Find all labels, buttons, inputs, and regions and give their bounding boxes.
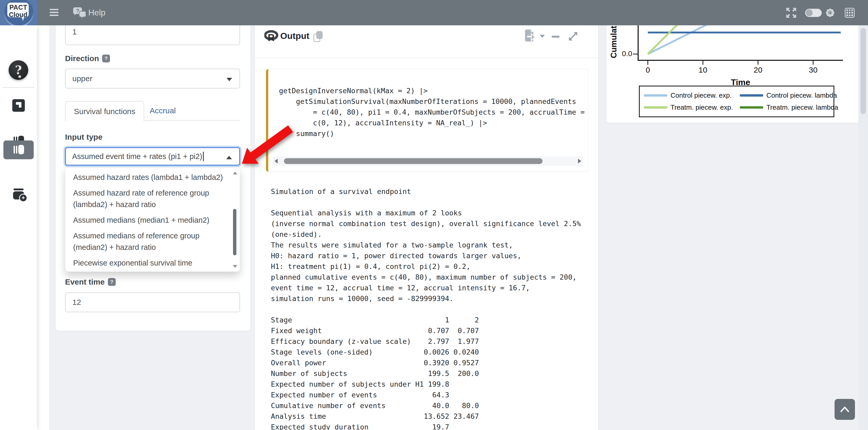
svg-text:R: R	[268, 32, 275, 42]
dropdown-option[interactable]: Assumed medians (median1 + median2)	[65, 212, 230, 228]
legend-entry: Treatm. piecew. lambda	[740, 103, 838, 112]
logo-text-line2: Cloud	[9, 11, 27, 19]
legend-line-swatch	[644, 106, 668, 109]
scroll-down-icon[interactable]	[233, 265, 237, 268]
dropdown-option[interactable]: Assumed medians of reference group (medi…	[65, 228, 230, 255]
help-chat-icon: ?	[73, 7, 86, 18]
fullscreen-button[interactable]	[785, 0, 797, 25]
output-panel: R Output getDesignInverseNormal(kMax	[255, 16, 598, 430]
legend-label: Treatm. piecew. exp.	[671, 103, 733, 111]
text-cursor	[203, 152, 204, 161]
dropdown-option[interactable]: Assumed hazard rates (lambda1 + lambda2)	[65, 169, 230, 185]
direction-label: Direction	[65, 54, 99, 63]
dropdown-option[interactable]: Assumed hazard rate of reference group (…	[65, 185, 230, 212]
grid-icon	[845, 8, 855, 18]
x-tick-label: 0	[637, 66, 658, 74]
event-time-input[interactable]	[65, 292, 240, 312]
menu-scroll-thumb[interactable]	[233, 209, 237, 255]
sidebar-item-archive-add[interactable]: +	[12, 188, 25, 200]
simulation-summary-text: Simulation of a survival endpoint Sequen…	[271, 186, 592, 304]
expand-icon[interactable]	[567, 31, 579, 42]
chart-legend: Control piecew. exp.Control piecew. lamb…	[639, 86, 834, 117]
scroll-left-icon[interactable]	[275, 159, 278, 163]
output-title: Output	[280, 31, 309, 41]
tab-label: Survival functions	[74, 107, 135, 116]
chart-series-line	[648, 22, 712, 54]
legend-entry: Control piecew. exp.	[644, 91, 733, 100]
export-file-icon[interactable]	[525, 30, 536, 43]
event-time-help-icon[interactable]: ?	[108, 278, 116, 286]
sidebar: ? +	[0, 25, 37, 430]
collapse-minus-icon[interactable]	[552, 36, 559, 38]
toggle-off-icon	[805, 9, 822, 17]
help-button[interactable]: ? Help	[73, 6, 105, 19]
x-tick-label: 20	[748, 66, 769, 74]
arrows-out-icon	[785, 7, 797, 19]
code-block: getDesignInverseNormal(kMax = 2) |> getS…	[266, 69, 588, 172]
r-code[interactable]: getDesignInverseNormal(kMax = 2) |> getS…	[268, 69, 588, 139]
input-type-value: Assumed event time + rates (pi1 + pi2)	[72, 152, 202, 161]
x-tick-label: 10	[692, 66, 713, 74]
sidebar-item-panel-active[interactable]	[3, 140, 34, 159]
plus-icon: +	[19, 194, 27, 202]
chevron-up-icon	[838, 405, 851, 414]
event-time-label: Event time	[65, 277, 105, 287]
sidebar-item-board[interactable]	[12, 99, 25, 112]
scroll-up-icon[interactable]	[233, 171, 237, 174]
top-bar: PACT Cloud ? Help	[0, 0, 868, 25]
sidebar-panel-icon	[12, 143, 25, 156]
left-scroll-gutter[interactable]	[37, 25, 49, 430]
direction-select[interactable]: upper	[65, 69, 240, 89]
help-label: Help	[88, 8, 105, 18]
menu-scrollbar[interactable]	[232, 170, 237, 269]
results-table-text: Stage 1 2 Fixed weight 0.707 0.707 Effic…	[271, 315, 592, 430]
dropdown-option[interactable]: Piecewise exponential survival time	[65, 255, 230, 271]
legend-entry: Control piecew. lambda	[740, 91, 838, 100]
legend-line-swatch	[740, 94, 763, 97]
input-type-label-row: Input type	[65, 133, 102, 141]
r-language-icon: R	[265, 30, 279, 42]
dropdown-options-list: Assumed hazard rates (lambda1 + lambda2)…	[65, 169, 240, 271]
copy-icon[interactable]	[313, 31, 323, 42]
tab-survival-functions[interactable]: Survival functions	[65, 101, 144, 121]
code-horizontal-scrollbar[interactable]	[273, 156, 583, 166]
chevron-up-icon	[226, 156, 232, 159]
legend-label: Treatm. piecew. lambda	[766, 103, 838, 111]
input-type-combobox[interactable]: Assumed event time + rates (pi1 + pi2)	[65, 147, 240, 166]
tab-accrual[interactable]: Accrual	[145, 101, 181, 120]
legend-label: Control piecew. lambda	[766, 91, 837, 99]
direction-help-icon[interactable]: ?	[102, 55, 110, 62]
legend-label: Control piecew. exp.	[671, 91, 732, 99]
parameters-panel: Direction ? upper Survival functions Acc…	[55, 16, 251, 331]
y-tick-label: 0.0	[615, 49, 632, 58]
input-type-label: Input type	[65, 133, 102, 141]
sidebar-divider	[3, 87, 34, 88]
x-tick-label: 30	[803, 66, 824, 74]
scroll-to-top-button[interactable]	[835, 399, 855, 420]
window-scroll-thumb[interactable]	[861, 28, 866, 114]
direction-value: upper	[72, 74, 92, 83]
window-scrollbar[interactable]	[858, 25, 868, 430]
tab-label: Accrual	[150, 106, 176, 115]
theme-toggle[interactable]	[805, 0, 822, 25]
export-caret-icon[interactable]	[540, 35, 545, 38]
legend-line-swatch	[740, 106, 763, 109]
avatar-question-glyph: ?	[15, 63, 22, 77]
chevron-down-icon	[226, 78, 232, 81]
user-avatar[interactable]: ?	[9, 60, 28, 80]
code-scroll-thumb[interactable]	[284, 158, 542, 164]
apps-grid-button[interactable]	[845, 0, 855, 25]
hamburger-menu-icon[interactable]	[50, 9, 59, 16]
sun-icon	[825, 7, 835, 18]
direction-label-row: Direction ?	[65, 54, 110, 63]
appearance-settings-button[interactable]	[825, 0, 835, 25]
logo-text-line1: PACT	[9, 4, 27, 11]
input-type-menu: Assumed hazard rates (lambda1 + lambda2)…	[65, 167, 240, 272]
chart-panel: Cumulat 0.0 0102030 Time Control piecew.…	[606, 16, 866, 123]
legend-entry: Treatm. piecew. exp.	[644, 103, 733, 112]
legend-line-swatch	[644, 94, 668, 97]
chart-series-line	[648, 22, 680, 54]
event-time-label-row: Event time ?	[65, 277, 116, 287]
app-logo[interactable]: PACT Cloud	[0, 0, 37, 25]
scroll-right-icon[interactable]	[578, 159, 581, 163]
